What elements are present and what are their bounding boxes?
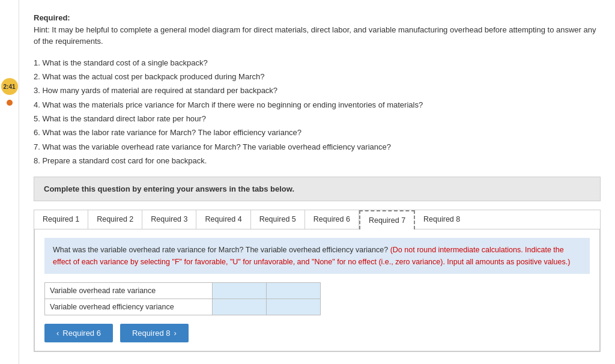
- tab-required-6[interactable]: Required 6: [305, 210, 359, 229]
- question-1: 1. What is the standard cost of a single…: [34, 56, 601, 70]
- variance-eff-input-1[interactable]: [213, 299, 267, 315]
- question-8: 8. Prepare a standard cost card for one …: [34, 154, 601, 168]
- question-7: 7. What was the variable overhead rate v…: [34, 140, 601, 154]
- variance-eff-input-2[interactable]: [267, 299, 321, 315]
- tab-required-3[interactable]: Required 3: [142, 210, 196, 229]
- tabs-container: Required 1 Required 2 Required 3 Require…: [34, 210, 601, 352]
- variance-eff-value-2[interactable]: [269, 303, 318, 311]
- variance-rate-input-2[interactable]: [267, 282, 321, 299]
- tab-content: What was the variable overhead rate vari…: [34, 229, 600, 351]
- table-row: Variable overhead efficiency variance: [45, 299, 321, 315]
- tab-required-2[interactable]: Required 2: [88, 210, 142, 229]
- next-button-label: Required 8: [132, 329, 171, 338]
- variance-rate-value-1[interactable]: [215, 287, 264, 295]
- question-3: 3. How many yards of material are requir…: [34, 83, 601, 97]
- hint-section: Required: Hint: It may be helpful to com…: [34, 12, 601, 47]
- time-badge: 2:41: [1, 78, 18, 95]
- complete-box: Complete this question by entering your …: [34, 177, 601, 201]
- question-6: 6. What was the labor rate variance for …: [34, 126, 601, 139]
- hint-text: Hint: It may be helpful to complete a ge…: [34, 24, 601, 47]
- instructions-box: What was the variable overhead rate vari…: [44, 238, 590, 274]
- complete-box-text: Complete this question by entering your …: [44, 184, 294, 193]
- prev-arrow-icon: ‹: [56, 329, 59, 338]
- side-dot: [7, 100, 13, 106]
- row-label-1: Variable overhead rate variance: [45, 282, 213, 299]
- variance-eff-value-1[interactable]: [215, 303, 264, 311]
- questions-list: 1. What is the standard cost of a single…: [34, 56, 601, 168]
- tab-required-4[interactable]: Required 4: [196, 210, 250, 229]
- tab-required-8[interactable]: Required 8: [415, 210, 468, 229]
- question-5: 5. What is the standard direct labor rat…: [34, 112, 601, 126]
- variance-rate-input-1[interactable]: [213, 282, 267, 299]
- tabs-row: Required 1 Required 2 Required 3 Require…: [34, 210, 600, 229]
- prev-button[interactable]: ‹ Required 6: [44, 324, 113, 342]
- main-content: Required: Hint: It may be helpful to com…: [19, 0, 615, 364]
- variance-rate-value-2[interactable]: [269, 287, 318, 295]
- variance-table: Variable overhead rate variance Variable…: [44, 282, 321, 315]
- tab-required-1[interactable]: Required 1: [34, 210, 88, 229]
- next-arrow-icon: ›: [174, 329, 177, 338]
- row-label-2: Variable overhead efficiency variance: [45, 299, 213, 315]
- required-label: Required:: [34, 13, 70, 22]
- question-2: 2. What was the actual cost per backpack…: [34, 70, 601, 83]
- table-row: Variable overhead rate variance: [45, 282, 321, 299]
- instructions-main: What was the variable overhead rate vari…: [53, 246, 388, 254]
- question-4: 4. What was the materials price variance…: [34, 98, 601, 112]
- next-button[interactable]: Required 8 ›: [120, 324, 189, 342]
- nav-buttons: ‹ Required 6 Required 8 ›: [44, 324, 590, 342]
- left-sidebar: 2:41: [0, 0, 19, 364]
- tab-required-7[interactable]: Required 7: [359, 210, 415, 229]
- prev-button-label: Required 6: [62, 329, 101, 338]
- tab-required-5[interactable]: Required 5: [251, 210, 305, 229]
